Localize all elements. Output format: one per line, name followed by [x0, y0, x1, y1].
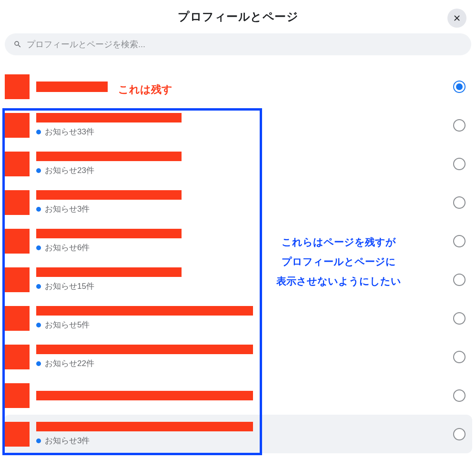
- notification-text: お知らせ3件: [45, 435, 90, 446]
- close-icon: [452, 13, 462, 23]
- search-bar: [0, 33, 476, 61]
- page-name-redacted: [36, 345, 253, 354]
- profile-avatar-redacted: [5, 74, 30, 99]
- page-text: お知らせ33件: [36, 113, 447, 137]
- page-text: お知らせ6件: [36, 229, 447, 253]
- notification-text: お知らせ3件: [45, 204, 90, 214]
- page-row[interactable]: お知らせ23件: [0, 144, 476, 183]
- page-text: お知らせ3件: [36, 422, 447, 446]
- page-avatar-redacted: [5, 152, 30, 176]
- page-name-redacted: [36, 391, 253, 400]
- notification-line: お知らせ15件: [36, 281, 447, 292]
- page-row[interactable]: お知らせ3件: [0, 183, 476, 222]
- dialog-title: プロフィールとページ: [178, 9, 298, 24]
- page-avatar-redacted: [5, 422, 30, 447]
- page-avatar-redacted: [5, 229, 30, 254]
- notification-line: お知らせ5件: [36, 319, 447, 330]
- notification-dot-icon: [36, 168, 41, 173]
- page-text: お知らせ3件: [36, 190, 447, 214]
- close-button[interactable]: [447, 9, 466, 28]
- page-radio[interactable]: [453, 312, 466, 325]
- notification-line: お知らせ6件: [36, 242, 447, 253]
- dialog-header: プロフィールとページ: [0, 0, 476, 33]
- pages-list: お知らせ33件お知らせ23件お知らせ3件お知らせ6件お知らせ15件お知らせ5件お…: [0, 106, 476, 453]
- page-name-redacted: [36, 229, 182, 238]
- notification-dot-icon: [36, 323, 41, 327]
- page-row[interactable]: お知らせ5件: [0, 299, 476, 337]
- page-text: お知らせ22件: [36, 345, 447, 369]
- notification-text: お知らせ23件: [45, 165, 94, 176]
- notification-dot-icon: [36, 284, 41, 289]
- notification-dot-icon: [36, 439, 41, 443]
- notification-dot-icon: [36, 207, 41, 212]
- notification-line: お知らせ3件: [36, 435, 447, 446]
- page-row[interactable]: お知らせ3件: [4, 415, 472, 453]
- profile-text: [36, 82, 447, 92]
- page-radio[interactable]: [453, 389, 466, 402]
- notification-line: お知らせ23件: [36, 165, 447, 176]
- notification-line: お知らせ3件: [36, 204, 447, 214]
- notification-text: お知らせ22件: [45, 358, 94, 369]
- notification-dot-icon: [36, 361, 41, 366]
- notification-dot-icon: [36, 245, 41, 250]
- notification-line: お知らせ22件: [36, 358, 447, 369]
- page-row[interactable]: お知らせ6件: [0, 222, 476, 260]
- page-radio[interactable]: [453, 235, 466, 247]
- page-name-redacted: [36, 267, 182, 277]
- page-row[interactable]: お知らせ15件: [0, 260, 476, 299]
- notification-text: お知らせ33件: [45, 126, 94, 137]
- page-avatar-redacted: [5, 306, 30, 331]
- profile-row[interactable]: [0, 68, 476, 106]
- page-radio[interactable]: [453, 119, 466, 132]
- page-name-redacted: [36, 422, 253, 431]
- page-row[interactable]: お知らせ33件: [0, 106, 476, 144]
- page-avatar-redacted: [5, 267, 30, 292]
- page-radio[interactable]: [453, 274, 466, 286]
- page-name-redacted: [36, 190, 182, 200]
- notification-text: お知らせ5件: [45, 319, 90, 330]
- page-radio[interactable]: [453, 158, 466, 170]
- notification-line: お知らせ33件: [36, 126, 447, 137]
- page-radio[interactable]: [453, 196, 466, 209]
- notification-text: お知らせ6件: [45, 242, 90, 253]
- page-name-redacted: [36, 113, 182, 122]
- page-text: お知らせ23件: [36, 152, 447, 176]
- page-row[interactable]: お知らせ22件: [0, 337, 476, 376]
- page-name-redacted: [36, 306, 253, 316]
- page-avatar-redacted: [5, 383, 30, 408]
- profile-name-redacted: [36, 82, 108, 92]
- page-avatar-redacted: [5, 345, 30, 369]
- search-field-wrap[interactable]: [5, 33, 471, 55]
- page-avatar-redacted: [5, 113, 30, 138]
- page-name-redacted: [36, 152, 182, 161]
- page-radio[interactable]: [453, 428, 466, 440]
- notification-dot-icon: [36, 130, 41, 134]
- page-text: お知らせ15件: [36, 267, 447, 292]
- page-row[interactable]: [0, 376, 476, 415]
- app-root: { "header": { "title": "プロフィールとページ" }, "…: [0, 0, 476, 459]
- notification-text: お知らせ15件: [45, 281, 94, 292]
- page-avatar-redacted: [5, 190, 30, 215]
- page-radio[interactable]: [453, 351, 466, 363]
- search-input[interactable]: [27, 40, 463, 50]
- page-text: お知らせ5件: [36, 306, 447, 330]
- profile-radio[interactable]: [453, 81, 466, 93]
- search-icon: [13, 40, 22, 49]
- page-text: [36, 391, 447, 400]
